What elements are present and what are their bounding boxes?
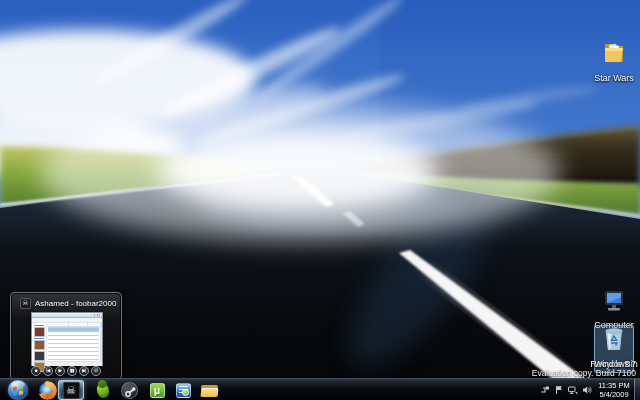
previous-button[interactable]: |◀ (43, 366, 53, 376)
next-button[interactable]: ▶| (79, 366, 89, 376)
folder-icon (201, 384, 218, 397)
mini-titlebar (32, 313, 102, 318)
watermark-line2: Evaluation copy. Build 7100 (532, 369, 636, 378)
messenger-icon (176, 383, 191, 398)
mini-track-rows (48, 327, 99, 360)
firefox-icon (39, 382, 56, 399)
mini-scrollbar (100, 323, 102, 361)
pause-button[interactable]: ▮▮ (67, 366, 77, 376)
start-orb (8, 380, 28, 400)
mini-playlist-body (32, 323, 102, 361)
taskbar-button-foobar2000-active[interactable]: ☠ (58, 380, 84, 400)
safely-remove-hardware-icon[interactable] (539, 385, 550, 396)
foobar2000-skull-icon: ☠ (20, 298, 31, 309)
preview-title-row: ☠ Ashamed - foobar2000 (20, 298, 116, 308)
start-button[interactable] (6, 380, 29, 400)
mini-selected-row (48, 328, 99, 331)
mini-tracklist (47, 323, 102, 361)
volume-icon[interactable] (581, 385, 592, 396)
desktop: Star Wars Computer Recycle Bin Windows 7… (0, 0, 640, 400)
taskbar-button-green-messenger-app[interactable] (90, 380, 116, 400)
random-button[interactable]: ∅ (91, 366, 101, 376)
taskbar-clock[interactable]: 11:35 PM 5/4/2009 (595, 381, 633, 399)
stop-button[interactable]: ■ (31, 366, 41, 376)
computer-icon (600, 289, 628, 313)
taskbar-button-explorer[interactable] (196, 380, 222, 400)
taskbar: ☠ µ (0, 378, 640, 400)
windows-evaluation-watermark: Windows 7 Evaluation copy. Build 7100 (532, 360, 636, 378)
taskbar-button-utorrent[interactable]: µ (144, 380, 170, 400)
preview-playback-toolbar: ■ |◀ ▶ ▮▮ ▶| ∅ (11, 366, 121, 376)
taskbar-button-messenger[interactable] (170, 380, 196, 400)
taskbar-button-steam[interactable] (116, 380, 142, 400)
desktop-icon-star-wars-folder[interactable]: Star Wars (586, 40, 640, 85)
windows-flag-icon (13, 385, 23, 395)
network-icon[interactable] (567, 385, 578, 396)
recycle-bin-icon (602, 327, 626, 352)
utorrent-icon: µ (150, 383, 165, 398)
album-art (34, 351, 45, 361)
green-creature-icon (96, 382, 110, 399)
steam-icon (121, 382, 138, 399)
action-center-flag-icon[interactable] (553, 385, 564, 396)
icon-label: Star Wars (591, 73, 637, 83)
foobar2000-skull-icon: ☠ (63, 382, 80, 399)
album-art (34, 327, 45, 337)
system-tray (539, 380, 592, 400)
taskbar-thumbnail-preview: ☠ Ashamed - foobar2000 (10, 292, 122, 380)
folder-icon (599, 40, 629, 66)
taskbar-button-firefox[interactable] (34, 380, 60, 400)
play-button[interactable]: ▶ (55, 366, 65, 376)
clock-date: 5/4/2009 (595, 390, 633, 399)
show-desktop-button[interactable] (634, 379, 640, 400)
foobar2000-window-thumbnail[interactable] (31, 312, 103, 366)
preview-window-title: Ashamed - foobar2000 (35, 299, 116, 308)
album-art (34, 340, 45, 350)
clock-time: 11:35 PM (595, 381, 633, 390)
mini-window-buttons (94, 314, 101, 316)
mini-albumart-panel (32, 323, 47, 361)
